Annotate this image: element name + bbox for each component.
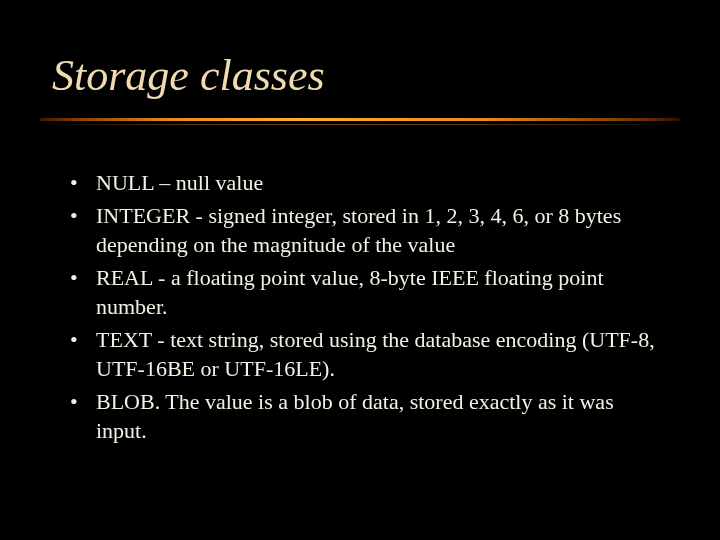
bullet-text: TEXT - text string, stored using the dat… <box>96 327 655 381</box>
bullet-text: REAL - a floating point value, 8-byte IE… <box>96 265 604 319</box>
list-item: REAL - a floating point value, 8-byte IE… <box>68 263 658 321</box>
list-item: NULL – null value <box>68 168 658 197</box>
list-item: TEXT - text string, stored using the dat… <box>68 325 658 383</box>
list-item: BLOB. The value is a blob of data, store… <box>68 387 658 445</box>
bullet-text: INTEGER - signed integer, stored in 1, 2… <box>96 203 621 257</box>
title-underline-main <box>40 118 680 121</box>
bullet-list: NULL – null value INTEGER - signed integ… <box>68 168 658 445</box>
bullet-text: NULL – null value <box>96 170 263 195</box>
title-underline <box>40 118 680 138</box>
title-underline-sub <box>40 124 680 125</box>
slide-body: NULL – null value INTEGER - signed integ… <box>68 168 658 449</box>
bullet-text: BLOB. The value is a blob of data, store… <box>96 389 614 443</box>
list-item: INTEGER - signed integer, stored in 1, 2… <box>68 201 658 259</box>
slide: Storage classes NULL – null value INTEGE… <box>0 0 720 540</box>
slide-title: Storage classes <box>52 50 325 101</box>
